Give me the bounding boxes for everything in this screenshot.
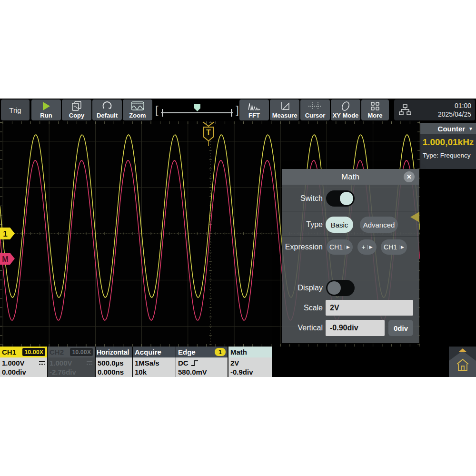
switch-row: Switch [282, 190, 419, 207]
fft-button[interactable]: FFT [239, 99, 269, 120]
counter-header[interactable]: Counter ▼ [420, 123, 476, 134]
vertical-reset-button[interactable]: 0div [388, 320, 413, 336]
cursor-label: Cursor [305, 112, 326, 119]
status-bar: CH1 10.00X 1.000V 0.00div CH2 10.00X 1.0… [0, 347, 476, 377]
zoom-waveform-icon [123, 101, 152, 111]
ch2-probe-badge: 10.00X [70, 348, 93, 356]
trig-button[interactable]: Trig [1, 99, 30, 120]
trigger-coupling: DC [178, 358, 188, 367]
fft-label: FFT [248, 112, 260, 119]
network-icon[interactable] [399, 104, 411, 118]
rising-edge-icon [191, 360, 198, 367]
scale-label: Scale [282, 300, 323, 316]
math-marker-label: M [2, 255, 8, 263]
vertical-label: Vertical [282, 320, 323, 336]
chevron-down-icon: ▼ [468, 126, 473, 131]
trigger-position-marker[interactable]: T [203, 122, 214, 146]
copy-button[interactable]: Copy [62, 99, 91, 120]
more-button[interactable]: More [361, 99, 389, 120]
xy-mode-button[interactable]: XY Mode [331, 99, 360, 120]
time-text: 01:00 [438, 101, 471, 110]
default-button[interactable]: Default [92, 99, 122, 120]
ch2-name: CH2 [50, 348, 64, 356]
type-row: Type Basic Advanced [282, 217, 419, 233]
ch1-probe-badge: 10.00X [22, 348, 45, 356]
more-grid-icon [361, 101, 389, 111]
math-title: Math [230, 348, 247, 356]
expr-operand1-select[interactable]: CH1 ▶ [327, 239, 353, 255]
trigger-level: 580.0mV [178, 368, 207, 376]
expression-label: Expression [282, 239, 323, 255]
divider [282, 211, 419, 211]
more-label: More [367, 112, 382, 119]
acquire-rate: 1MSa/s [135, 359, 159, 367]
math-dialog-title: Math [341, 172, 359, 182]
home-icon[interactable] [456, 358, 470, 372]
left-bracket: [ [155, 103, 159, 117]
home-panel [449, 347, 476, 377]
math-dialog: Math ✕ Switch Type Basic Advanced Expres… [282, 169, 419, 343]
counter-value: 1.000,01kHz [420, 137, 476, 148]
slider-thumb[interactable] [194, 104, 200, 111]
measure-icon [270, 101, 299, 111]
math-position-marker[interactable]: M [0, 253, 15, 265]
ch2-status-block[interactable]: CH2 10.00X 1.000V -2.76div [48, 347, 95, 377]
expression-row: Expression CH1 ▶ + ▶ CH1 ▶ [282, 239, 419, 255]
ch1-status-block[interactable]: CH1 10.00X 1.000V 0.00div [0, 347, 47, 377]
type-basic-label: Basic [331, 221, 348, 229]
display-row: Display [282, 280, 419, 296]
math-offset: -0.9div [230, 368, 253, 376]
display-toggle[interactable] [326, 280, 355, 296]
close-icon[interactable]: ✕ [404, 171, 415, 182]
measure-label: Measure [272, 112, 298, 119]
measure-button[interactable]: Measure [270, 99, 299, 120]
clock: 01:00 2025/04/25 [438, 101, 471, 119]
vertical-value: -0.90div [330, 324, 358, 332]
acquire-status-block[interactable]: Acquire 1MSa/s 10k [133, 347, 176, 377]
math-dialog-header: Math ✕ [282, 169, 419, 185]
counter-type: Type: Frequency [420, 152, 476, 159]
expr-operand2-select[interactable]: CH1 ▶ [381, 239, 407, 255]
play-icon [31, 101, 61, 111]
expr-operator-select[interactable]: + ▶ [357, 239, 377, 255]
reset-icon [92, 101, 122, 111]
oscilloscope-screen: Trig Run Copy Default [0, 99, 476, 377]
ch2-offset: -2.76div [50, 368, 76, 376]
divider [282, 237, 419, 237]
type-advanced-button[interactable]: Advanced [360, 217, 398, 233]
horizontal-status-block[interactable]: Horizontal 500.0µs 0.000ns [96, 347, 132, 377]
scale-value: 2V [330, 304, 339, 312]
ch1-position-marker[interactable]: 1 [0, 228, 15, 239]
fft-spectrum-icon [239, 101, 269, 111]
expr-operand1-value: CH1 [329, 243, 343, 251]
slider-track [161, 112, 233, 113]
right-bracket: ] [236, 103, 239, 117]
xy-mode-label: XY Mode [333, 112, 359, 119]
dropdown-caret-icon: ▶ [399, 245, 404, 249]
trigger-level-arrow[interactable] [410, 212, 419, 222]
trigger-status-block[interactable]: Edge 1 DC 580.0mV [176, 347, 228, 377]
vertical-input[interactable]: -0.90div [326, 320, 385, 336]
math-switch-toggle[interactable] [326, 190, 355, 207]
date-text: 2025/04/25 [438, 110, 471, 119]
switch-label: Switch [282, 190, 323, 207]
horizontal-delay: 0.000ns [98, 368, 124, 376]
scale-input[interactable]: 2V [326, 300, 413, 316]
math-status-block[interactable]: Math 2V -0.9div [228, 347, 272, 377]
collapse-up-icon[interactable] [458, 348, 467, 352]
horizontal-position-slider[interactable]: [ ] [155, 99, 239, 120]
type-basic-button[interactable]: Basic [326, 217, 353, 233]
xy-ellipse-icon [331, 101, 360, 111]
zoom-button[interactable]: Zoom [123, 99, 152, 120]
dc-coupling-icon [86, 360, 93, 366]
horizontal-title: Horizontal [97, 348, 129, 356]
vertical-row: Vertical -0.90div 0div [282, 320, 419, 336]
clock-panel: 01:00 2025/04/25 [394, 99, 475, 120]
cursor-button[interactable]: Cursor [300, 99, 330, 120]
ch2-volts: 1.000V [50, 358, 72, 367]
counter-panel: Counter ▼ 1.000,01kHz Type: Frequency [420, 123, 476, 169]
ch1-marker-label: 1 [3, 229, 7, 238]
run-button[interactable]: Run [31, 99, 61, 120]
default-label: Default [97, 112, 118, 119]
cursor-crosshair-icon [300, 101, 330, 111]
